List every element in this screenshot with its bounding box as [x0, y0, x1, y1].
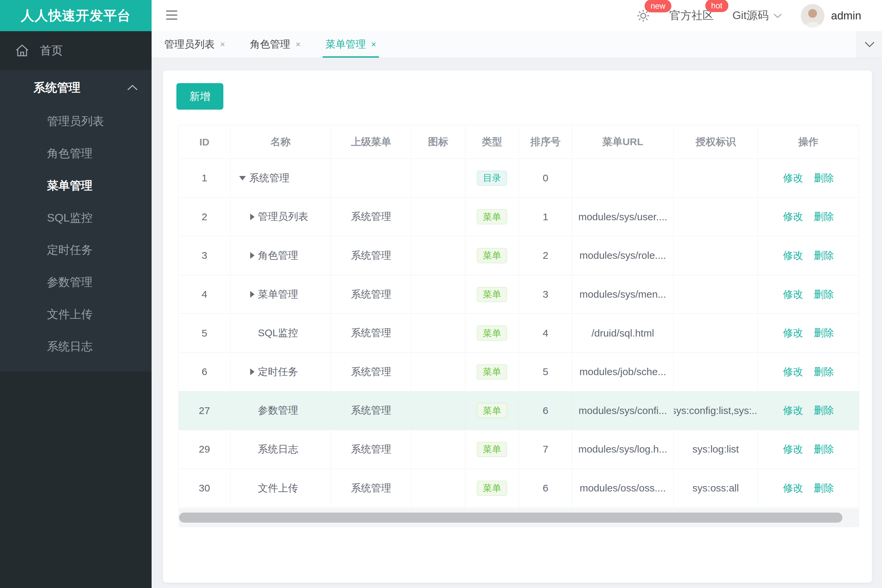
sidebar-item-home[interactable]: 首页 — [0, 31, 152, 70]
delete-link[interactable]: 删除 — [814, 365, 834, 379]
delete-link[interactable]: 删除 — [814, 442, 834, 456]
cell-name: 文件上传 — [230, 469, 331, 507]
content-area: 新增 ID名称上级菜单图标类型排序号菜单URL授权标识操作 1 系统管理 目录 … — [152, 58, 882, 588]
cell-icon — [412, 392, 465, 430]
avatar-photo — [801, 4, 824, 27]
menu-name: 定时任务 — [258, 365, 298, 379]
collapse-arrow-icon[interactable] — [239, 176, 246, 180]
cell-type: 菜单 — [465, 352, 519, 391]
username: admin — [831, 9, 861, 22]
chevron-down-icon — [865, 42, 874, 48]
hamburger-menu-icon[interactable] — [166, 10, 177, 22]
tab-close-icon[interactable]: × — [220, 39, 225, 50]
cell-type: 菜单 — [465, 198, 519, 236]
cell-menu-url: modules/sys/men... — [572, 275, 674, 314]
sidebar-item[interactable]: 文件上传 — [0, 298, 152, 330]
tab-list-toggle[interactable] — [856, 31, 882, 58]
cell-type: 菜单 — [465, 275, 519, 314]
expand-arrow-icon[interactable] — [250, 291, 254, 298]
tab[interactable]: 管理员列表× — [162, 31, 228, 58]
user-menu[interactable]: admin — [801, 4, 861, 27]
edit-link[interactable]: 修改 — [783, 482, 803, 495]
column-header: 图标 — [412, 125, 465, 159]
tab[interactable]: 角色管理× — [247, 31, 303, 58]
cell-id: 29 — [179, 430, 230, 469]
delete-link[interactable]: 删除 — [814, 404, 834, 417]
cell-type: 菜单 — [465, 469, 519, 507]
tab-close-icon[interactable]: × — [296, 39, 301, 50]
git-source-dropdown[interactable]: Git源码 — [732, 8, 782, 23]
expand-arrow-icon[interactable] — [250, 213, 254, 220]
column-header: ID — [179, 125, 230, 159]
cell-sort: 7 — [519, 430, 572, 469]
menu-name: 参数管理 — [258, 404, 298, 417]
panel-card: 新增 ID名称上级菜单图标类型排序号菜单URL授权标识操作 1 系统管理 目录 … — [163, 70, 872, 583]
delete-link[interactable]: 删除 — [814, 482, 834, 495]
menu-name: SQL监控 — [258, 326, 298, 340]
expand-arrow-icon[interactable] — [250, 368, 254, 375]
cell-permission — [674, 314, 758, 352]
sidebar-item[interactable]: 定时任务 — [0, 234, 152, 266]
tab[interactable]: 菜单管理× — [323, 31, 379, 58]
menu-name: 管理员列表 — [258, 210, 308, 224]
community-link[interactable]: 官方社区 hot — [669, 8, 714, 23]
cell-actions: 修改删除 — [758, 430, 859, 469]
cell-id: 30 — [179, 469, 230, 507]
cell-permission — [674, 236, 758, 275]
tab-label: 菜单管理 — [325, 38, 365, 51]
cell-name: 系统管理 — [230, 159, 331, 198]
edit-link[interactable]: 修改 — [783, 288, 803, 302]
cell-actions: 修改删除 — [758, 352, 859, 391]
cell-parent-menu: 系统管理 — [331, 198, 412, 236]
sidebar-item[interactable]: 角色管理 — [0, 138, 152, 170]
cell-type: 菜单 — [465, 430, 519, 469]
cell-sort: 3 — [519, 275, 572, 314]
table-row: 6 定时任务 系统管理 菜单 5 modules/job/sche... 修改删… — [179, 352, 859, 392]
edit-link[interactable]: 修改 — [783, 326, 803, 340]
edit-link[interactable]: 修改 — [783, 442, 803, 456]
sidebar-item[interactable]: SQL监控 — [0, 202, 152, 234]
edit-link[interactable]: 修改 — [783, 210, 803, 224]
expand-arrow-icon[interactable] — [250, 252, 254, 259]
sidebar-item[interactable]: 管理员列表 — [0, 105, 152, 138]
cell-id: 27 — [179, 392, 230, 430]
cell-sort: 0 — [519, 159, 572, 198]
sidebar-item[interactable]: 参数管理 — [0, 266, 152, 298]
edit-link[interactable]: 修改 — [783, 249, 803, 262]
sidebar-item[interactable]: 系统日志 — [0, 330, 152, 363]
edit-link[interactable]: 修改 — [783, 171, 803, 185]
delete-link[interactable]: 删除 — [814, 210, 834, 224]
type-tag: 菜单 — [477, 364, 507, 380]
cell-parent-menu: 系统管理 — [331, 430, 412, 469]
cell-id: 6 — [179, 352, 230, 391]
sidebar-section-toggle[interactable]: 系统管理 — [0, 70, 152, 105]
delete-link[interactable]: 删除 — [814, 326, 834, 340]
type-tag: 菜单 — [477, 287, 507, 302]
sidebar-item[interactable]: 菜单管理 — [0, 170, 152, 202]
delete-link[interactable]: 删除 — [814, 249, 834, 262]
delete-link[interactable]: 删除 — [814, 171, 834, 185]
cell-actions: 修改删除 — [758, 198, 859, 236]
tab-close-icon[interactable]: × — [371, 39, 376, 50]
menu-name: 文件上传 — [258, 482, 298, 495]
edit-link[interactable]: 修改 — [783, 404, 803, 417]
cell-sort: 1 — [519, 198, 572, 236]
cell-type: 菜单 — [465, 314, 519, 352]
table-row: 5 SQL监控 系统管理 菜单 4 /druid/sql.html 修改删除 — [179, 314, 859, 352]
cell-permission — [674, 198, 758, 236]
type-tag: 菜单 — [477, 481, 507, 496]
table-row: 1 系统管理 目录 0 修改删除 — [179, 159, 859, 198]
horizontal-scrollbar-track[interactable] — [179, 508, 859, 527]
edit-link[interactable]: 修改 — [783, 365, 803, 379]
horizontal-scrollbar-thumb[interactable] — [179, 513, 843, 523]
cell-menu-url: modules/sys/role.... — [572, 236, 674, 275]
add-button[interactable]: 新增 — [176, 83, 223, 110]
type-tag: 菜单 — [477, 209, 507, 224]
cell-icon — [412, 275, 465, 314]
cell-permission — [674, 352, 758, 391]
menu-name: 系统管理 — [249, 171, 289, 185]
cell-actions: 修改删除 — [758, 275, 859, 314]
menu-table: ID名称上级菜单图标类型排序号菜单URL授权标识操作 1 系统管理 目录 0 修… — [179, 125, 859, 507]
delete-link[interactable]: 删除 — [814, 288, 834, 302]
settings-button[interactable]: new — [636, 8, 651, 23]
